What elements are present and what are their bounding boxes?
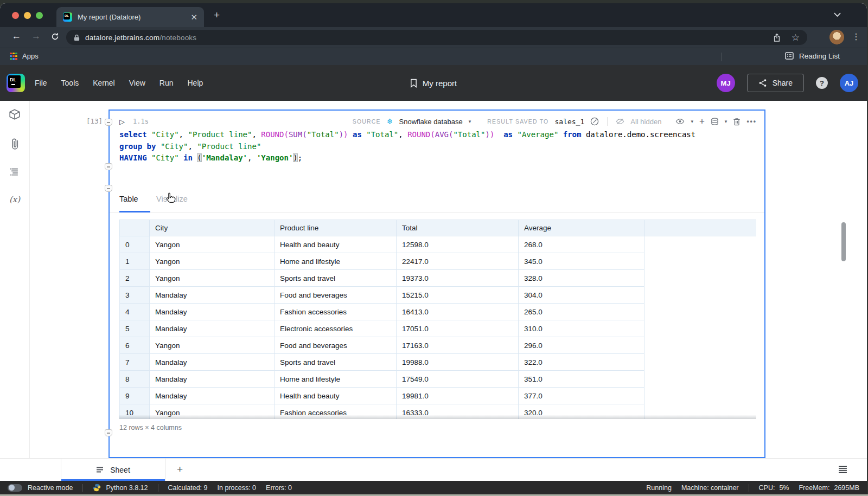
reactive-mode-toggle[interactable] bbox=[8, 484, 22, 492]
table-cell: Yangon bbox=[150, 253, 275, 270]
menu-file[interactable]: File bbox=[35, 79, 47, 87]
close-window-button[interactable] bbox=[12, 12, 19, 19]
reload-button[interactable] bbox=[51, 33, 59, 41]
result-variable-name[interactable]: sales_1 bbox=[554, 118, 584, 126]
zoom-window-button[interactable] bbox=[36, 12, 43, 19]
table-cell: Fashion accessories bbox=[275, 304, 397, 320]
share-button[interactable]: Share bbox=[747, 74, 804, 92]
column-header[interactable]: Total bbox=[397, 220, 519, 236]
lock-icon bbox=[74, 34, 80, 41]
table-row[interactable]: 0YangonHealth and beauty12598.0268.0 bbox=[120, 236, 757, 253]
sql-code-editor[interactable]: select "City", "Product line", ROUND(SUM… bbox=[119, 129, 759, 164]
tab-table[interactable]: Table bbox=[119, 195, 138, 203]
kernel-status: Running bbox=[646, 484, 672, 492]
table-cell: Mandalay bbox=[150, 388, 275, 404]
table-of-contents-icon[interactable] bbox=[9, 168, 20, 177]
sql-cell[interactable]: [13] ▷ 1.1s SOURCE ❄ Snowflake database … bbox=[108, 109, 765, 458]
in-process-count: In process: 0 bbox=[218, 484, 257, 492]
run-cell-icon[interactable]: ▷ bbox=[119, 118, 125, 126]
table-row[interactable]: 9MandalayHealth and beauty19981.0377.0 bbox=[120, 388, 757, 404]
table-row[interactable]: 6YangonFood and beverages17163.0296.0 bbox=[120, 337, 757, 354]
table-summary: 12 rows × 4 columns bbox=[119, 424, 182, 431]
browser-menu-icon[interactable]: ⋮ bbox=[852, 31, 860, 42]
result-link-icon[interactable] bbox=[590, 117, 599, 126]
table-row[interactable]: 1YangonHome and lifestyle22417.0345.0 bbox=[120, 253, 757, 270]
menu-view[interactable]: View bbox=[129, 79, 145, 87]
table-cell: 310.0 bbox=[519, 320, 644, 337]
table-cell: 19988.0 bbox=[397, 354, 519, 371]
table-row[interactable]: 7MandalaySports and travel19988.0322.0 bbox=[120, 354, 757, 371]
table-cell: Mandalay bbox=[150, 304, 275, 320]
menu-kernel[interactable]: Kernel bbox=[93, 79, 114, 87]
menu-tools[interactable]: Tools bbox=[61, 79, 79, 87]
table-row[interactable]: 2YangonSports and travel19373.0328.0 bbox=[120, 270, 757, 287]
tab-search-chevron-icon[interactable] bbox=[834, 12, 841, 17]
address-bar[interactable]: datalore.jetbrains.com/notebooks ☆ bbox=[66, 30, 807, 45]
table-cell: Yangon bbox=[150, 337, 275, 354]
browser-toolbar: ← → datalore.jetbrains.com/notebooks ☆ ⋮ bbox=[0, 27, 867, 48]
column-header[interactable]: Average bbox=[519, 220, 644, 236]
visibility-caret-icon[interactable]: ▾ bbox=[691, 119, 693, 124]
visibility-icon[interactable] bbox=[675, 118, 685, 125]
delete-cell-icon[interactable] bbox=[733, 118, 741, 126]
table-row[interactable]: 5MandalayElectronic accessories17051.031… bbox=[120, 320, 757, 337]
packages-icon[interactable] bbox=[9, 108, 21, 120]
reading-list-icon bbox=[785, 51, 794, 60]
table-cell: Electronic accessories bbox=[275, 320, 397, 337]
source-value[interactable]: Snowflake database bbox=[399, 118, 463, 126]
apps-shortcut[interactable]: Apps bbox=[10, 52, 39, 60]
row-filler bbox=[644, 320, 757, 337]
cell-handle[interactable] bbox=[105, 163, 112, 170]
bookmark-star-icon[interactable]: ☆ bbox=[792, 32, 800, 43]
table-row[interactable]: 3MandalayFood and beverages15215.0304.0 bbox=[120, 287, 757, 304]
table-cell: Yangon bbox=[150, 270, 275, 287]
share-label: Share bbox=[773, 79, 793, 87]
vertical-scrollbar-thumb[interactable] bbox=[841, 222, 846, 261]
column-header[interactable]: Product line bbox=[275, 220, 397, 236]
cell-handle[interactable] bbox=[105, 429, 112, 436]
menu-run[interactable]: Run bbox=[159, 79, 174, 87]
tab-close-icon[interactable]: ✕ bbox=[190, 12, 197, 22]
status-divider bbox=[158, 484, 158, 492]
result-table: CityProduct lineTotalAverage 0YangonHeal… bbox=[119, 220, 756, 419]
column-header[interactable] bbox=[120, 220, 150, 236]
new-tab-button[interactable]: + bbox=[214, 10, 220, 20]
column-header[interactable]: City bbox=[150, 220, 275, 236]
browser-window: DL My report (Datalore) ✕ + ← → datalore… bbox=[0, 3, 867, 494]
freemem-label: FreeMem: bbox=[799, 484, 829, 492]
status-divider bbox=[82, 484, 83, 492]
bookmark-icon bbox=[410, 79, 417, 88]
table-cell: Food and beverages bbox=[275, 287, 397, 304]
menu-help[interactable]: Help bbox=[188, 79, 203, 87]
sheet-tab[interactable]: Sheet bbox=[61, 459, 165, 481]
sheet-list-icon bbox=[96, 467, 104, 473]
cell-handle[interactable] bbox=[105, 119, 112, 126]
source-caret-icon[interactable]: ▾ bbox=[469, 119, 471, 124]
back-button[interactable]: ← bbox=[12, 31, 21, 42]
browser-tab[interactable]: DL My report (Datalore) ✕ bbox=[56, 7, 204, 27]
table-row[interactable]: 8MandalayHome and lifestyle17549.0351.0 bbox=[120, 371, 757, 388]
table-cell: 22417.0 bbox=[397, 253, 519, 270]
share-nodes-icon bbox=[758, 79, 767, 87]
variables-icon[interactable]: (x) bbox=[9, 195, 20, 204]
database-caret-icon[interactable]: ▾ bbox=[725, 119, 727, 124]
sheets-menu-icon[interactable] bbox=[838, 466, 847, 474]
kernel-info[interactable]: Python 3.8.12 bbox=[93, 484, 148, 492]
row-index: 8 bbox=[120, 371, 150, 388]
database-icon[interactable] bbox=[711, 118, 719, 126]
minimize-window-button[interactable] bbox=[24, 12, 31, 19]
forward-button[interactable]: → bbox=[31, 31, 41, 42]
attachments-icon[interactable] bbox=[11, 138, 18, 150]
share-page-icon[interactable] bbox=[773, 33, 781, 42]
datalore-logo[interactable]: DL bbox=[7, 74, 25, 92]
collaborator-avatar-mj[interactable]: MJ bbox=[717, 74, 735, 92]
add-cell-icon[interactable]: + bbox=[699, 116, 705, 127]
apps-grid-icon bbox=[10, 53, 17, 60]
table-row[interactable]: 4MandalayFashion accessories16413.0265.0 bbox=[120, 304, 757, 320]
add-sheet-button[interactable]: + bbox=[177, 463, 183, 475]
more-options-icon[interactable]: ••• bbox=[746, 118, 757, 125]
help-button[interactable]: ? bbox=[816, 77, 828, 89]
reading-list-button[interactable]: Reading List bbox=[785, 51, 840, 60]
browser-profile-avatar[interactable] bbox=[829, 30, 844, 44]
user-avatar-aj[interactable]: AJ bbox=[840, 74, 858, 92]
